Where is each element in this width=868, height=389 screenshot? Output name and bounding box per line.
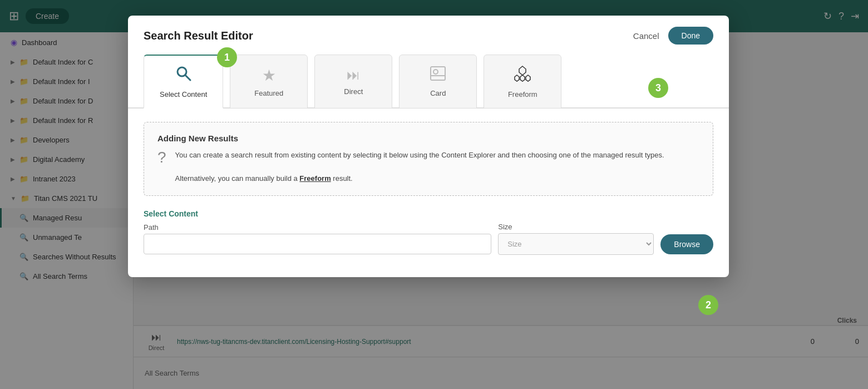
direct-icon: ⏭: [347, 67, 360, 83]
modal-title: Search Result Editor: [144, 29, 253, 42]
badge-1: 1: [217, 47, 237, 67]
question-mark-icon: ?: [157, 150, 166, 165]
info-line2-prefix: Alternatively, you can manually build a: [175, 174, 300, 183]
info-box-body: ? You can create a search result from ex…: [157, 150, 699, 184]
info-box: Adding New Results ? You can create a se…: [144, 122, 713, 196]
modal-header-actions: Cancel Done: [633, 27, 713, 45]
svg-marker-5: [519, 66, 526, 75]
size-label: Size: [498, 223, 654, 231]
tab-featured-label: Featured: [254, 89, 283, 97]
tab-direct-label: Direct: [344, 87, 363, 96]
svg-point-3: [433, 70, 438, 74]
size-wrap: Size Size: [498, 223, 654, 255]
tab-card[interactable]: Card: [399, 55, 477, 109]
done-button[interactable]: Done: [668, 27, 713, 45]
info-box-title: Adding New Results: [157, 134, 699, 143]
freeform-link[interactable]: Freeform: [299, 174, 331, 183]
path-input[interactable]: [144, 234, 491, 254]
badge-3: 3: [648, 78, 668, 98]
modal-header: Search Result Editor Cancel Done: [128, 16, 729, 53]
tab-card-label: Card: [430, 89, 446, 97]
tab-select-content-label: Select Content: [160, 90, 207, 99]
card-icon: [430, 66, 446, 85]
search-tab-icon: [175, 65, 193, 86]
info-line1: You can create a search result from exis…: [175, 151, 664, 159]
tab-freeform[interactable]: Freeform: [484, 55, 561, 109]
select-content-section: Select Content Path Size Size Browse: [144, 209, 713, 255]
svg-marker-6: [515, 75, 519, 81]
browse-button[interactable]: Browse: [660, 234, 713, 254]
svg-line-1: [185, 75, 190, 80]
info-line2-suffix: result.: [331, 174, 353, 183]
freeform-icon: [514, 65, 531, 86]
path-input-wrap: Path: [144, 223, 491, 254]
badge-2: 2: [698, 295, 718, 315]
cancel-button[interactable]: Cancel: [633, 31, 659, 41]
path-label: Path: [144, 223, 491, 232]
tab-select-content[interactable]: Select Content: [144, 55, 223, 109]
tab-freeform-label: Freeform: [508, 90, 537, 99]
tab-direct[interactable]: ⏭ Direct: [314, 55, 392, 109]
info-text: You can create a search result from exis…: [175, 150, 664, 184]
star-icon: ★: [262, 66, 276, 85]
tab-featured[interactable]: ★ Featured: [230, 55, 308, 109]
svg-marker-7: [520, 75, 525, 81]
size-select[interactable]: Size: [498, 233, 654, 255]
select-content-section-title: Select Content: [144, 209, 713, 218]
path-row: Path Size Size Browse: [144, 223, 713, 255]
browse-btn-wrap: Browse: [660, 223, 713, 254]
svg-marker-8: [526, 75, 530, 81]
